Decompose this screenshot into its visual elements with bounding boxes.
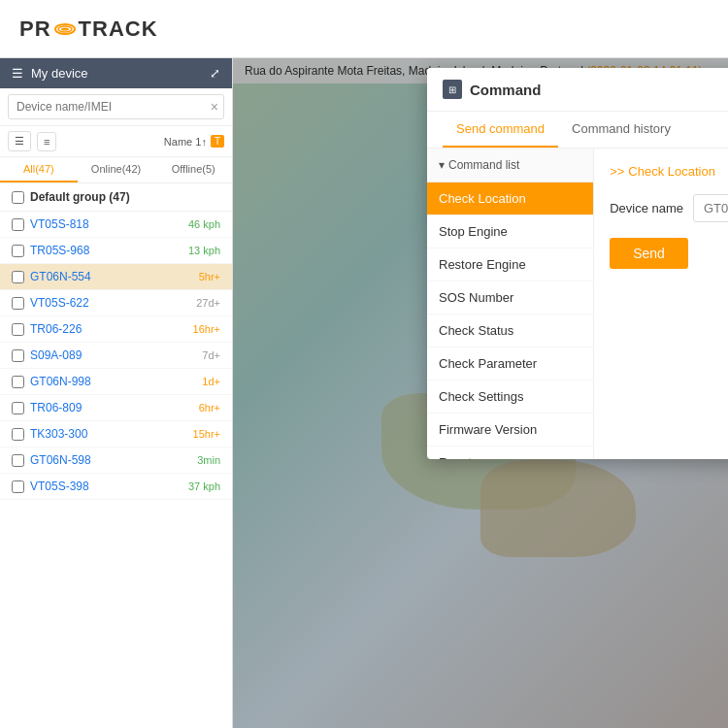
logo-text-pre: PR — [19, 17, 51, 42]
command-item-reset[interactable]: Reset — [427, 447, 593, 459]
device-status: 1d+ — [202, 376, 220, 387]
sidebar-header-left: ☰ My device — [12, 66, 88, 81]
sidebar-device-icon: ☰ — [12, 66, 23, 81]
device-status: 27d+ — [196, 297, 220, 309]
command-item-check-settings[interactable]: Check Settings — [427, 381, 593, 414]
search-input[interactable] — [8, 94, 224, 119]
device-name: TR06-226 — [30, 322, 82, 336]
command-list-header: ▾ Command list — [427, 149, 593, 182]
sort-label: Name 1↑ — [164, 136, 207, 148]
device-checkbox[interactable] — [12, 349, 24, 362]
device-item-vt05s-818[interactable]: VT05S-818 46 kph — [0, 212, 232, 238]
device-status: 13 kph — [188, 245, 220, 256]
command-list-label: Command list — [448, 158, 519, 172]
sidebar-expand-icon[interactable]: ⤢ — [210, 66, 220, 81]
device-checkbox[interactable] — [12, 454, 24, 467]
tab-all[interactable]: All(47) — [0, 157, 78, 182]
device-name: VT05S-622 — [30, 296, 89, 310]
sidebar-toolbar: ☰ ≡ Name 1↑ T — [0, 126, 232, 157]
device-item-tr06-226[interactable]: TR06-226 16hr+ — [0, 316, 232, 343]
command-list-panel: ▾ Command list Check Location Stop Engin… — [427, 149, 594, 459]
toolbar-list-btn[interactable]: ≡ — [37, 132, 56, 151]
device-status: 3min — [197, 454, 220, 466]
device-name-row: Device name — [610, 194, 728, 222]
selected-command-label: Check Location — [628, 164, 715, 179]
device-checkbox[interactable] — [12, 402, 24, 414]
filter-tabs: All(47) Online(42) Offline(5) — [0, 157, 232, 183]
device-item-s09a-089[interactable]: S09A-089 7d+ — [0, 343, 232, 369]
chevron-right-icon: >> — [610, 164, 624, 179]
command-item-check-parameter[interactable]: Check Parameter — [427, 347, 593, 381]
tab-send-command[interactable]: Send command — [443, 112, 558, 148]
command-item-restore-engine[interactable]: Restore Engine — [427, 248, 593, 281]
tab-offline[interactable]: Offline(5) — [154, 157, 232, 182]
tab-online[interactable]: Online(42) — [78, 157, 155, 182]
device-checkbox[interactable] — [12, 323, 24, 336]
command-item-check-status[interactable]: Check Status — [427, 314, 593, 347]
svg-point-2 — [61, 27, 69, 30]
toolbar-icon-btn[interactable]: ☰ — [8, 131, 31, 151]
device-name: GT06N-554 — [30, 270, 91, 283]
modal-title: Command — [470, 82, 541, 98]
toolbar-sort[interactable]: Name 1↑ T — [164, 135, 224, 148]
device-name: TR05S-968 — [30, 244, 89, 257]
sort-type-badge: T — [211, 135, 224, 148]
device-name-label: Device name — [610, 201, 683, 215]
device-name: VT05S-398 — [30, 480, 89, 493]
logo-icon — [53, 17, 77, 41]
device-item-gt06n-554[interactable]: GT06N-554 5hr+ — [0, 264, 232, 290]
group-checkbox[interactable] — [12, 191, 24, 204]
device-item-vt05s-622[interactable]: VT05S-622 27d+ — [0, 290, 232, 316]
sidebar: ☰ My device ⤢ × ☰ ≡ Name 1↑ T All(47) On… — [0, 58, 233, 728]
device-item-gt06n-598[interactable]: GT06N-598 3min — [0, 447, 232, 474]
command-item-firmware-version[interactable]: Firmware Version — [427, 414, 593, 447]
command-item-stop-engine[interactable]: Stop Engine — [427, 215, 593, 248]
app-header: PR TRACK — [0, 0, 728, 58]
modal-header: ⊞ Command × — [427, 68, 728, 112]
device-name: TK303-300 — [30, 427, 87, 441]
device-name: TR06-809 — [30, 401, 82, 414]
device-name: VT05S-818 — [30, 217, 89, 231]
device-status: 16hr+ — [193, 323, 220, 335]
main-content: ☰ My device ⤢ × ☰ ≡ Name 1↑ T All(47) On… — [0, 58, 728, 728]
device-status: 37 kph — [188, 480, 220, 492]
modal-tabs: Send command Command history — [427, 112, 728, 149]
device-name: GT06N-598 — [30, 453, 91, 467]
device-item-gt06n-998[interactable]: GT06N-998 1d+ — [0, 369, 232, 395]
device-checkbox[interactable] — [12, 271, 24, 283]
device-status: 5hr+ — [199, 271, 220, 282]
device-checkbox[interactable] — [12, 376, 24, 388]
search-clear-button[interactable]: × — [211, 99, 218, 115]
send-button[interactable]: Send — [610, 238, 688, 269]
modal-header-left: ⊞ Command — [443, 80, 541, 99]
command-modal: ⊞ Command × Send command Command history… — [427, 68, 728, 459]
device-checkbox[interactable] — [12, 245, 24, 257]
command-item-check-location[interactable]: Check Location — [427, 182, 593, 215]
device-name: S09A-089 — [30, 348, 82, 362]
device-name-input[interactable] — [693, 194, 728, 222]
device-name: GT06N-998 — [30, 375, 91, 388]
tab-command-history[interactable]: Command history — [558, 112, 684, 148]
logo-text-post: TRACK — [79, 17, 158, 42]
device-item-tr06-809[interactable]: TR06-809 6hr+ — [0, 395, 232, 421]
device-checkbox[interactable] — [12, 480, 24, 493]
device-item-tk303-300[interactable]: TK303-300 15hr+ — [0, 421, 232, 447]
device-checkbox[interactable] — [12, 428, 24, 441]
sidebar-header: ☰ My device ⤢ — [0, 58, 232, 88]
device-checkbox[interactable] — [12, 297, 24, 310]
device-item-vt05s-398[interactable]: VT05S-398 37 kph — [0, 474, 232, 500]
command-item-sos-number[interactable]: SOS Number — [427, 281, 593, 314]
group-label: Default group (47) — [30, 190, 130, 204]
device-status: 15hr+ — [193, 428, 220, 440]
sidebar-title: My device — [31, 66, 88, 81]
modal-icon-symbol: ⊞ — [448, 84, 456, 95]
map-area: Rua do Aspirante Mota Freitas, Madeira I… — [233, 58, 728, 728]
command-right-header: >> Check Location — [610, 164, 728, 179]
device-group: Default group (47) — [0, 183, 232, 212]
collapse-arrow-icon: ▾ — [439, 158, 445, 172]
device-status: 46 kph — [188, 218, 220, 230]
device-item-tr05s-968[interactable]: TR05S-968 13 kph — [0, 238, 232, 264]
device-status: 6hr+ — [199, 402, 220, 414]
device-checkbox[interactable] — [12, 218, 24, 231]
device-status: 7d+ — [202, 349, 220, 361]
